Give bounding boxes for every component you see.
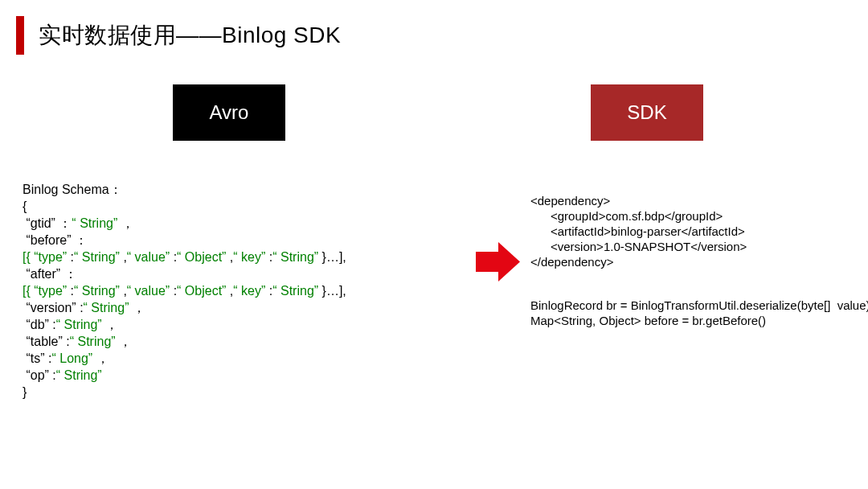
- sdk-box: SDK: [591, 84, 703, 141]
- schema-close: }: [23, 384, 346, 401]
- schema-before-arr: [{ “type” :“ String” ,“ value” :“ Object…: [23, 249, 346, 265]
- schema-ts: “ts” :“ Long” ，: [23, 350, 346, 367]
- sdk-label: SDK: [627, 101, 666, 124]
- usage-code: BinlogRecord br = BinlogTransformUtil.de…: [530, 298, 868, 328]
- schema-after-arr: [{ “type” :“ String” ,“ value” :“ Object…: [23, 282, 346, 299]
- maven-dependency: <dependency> <groupId>com.sf.bdp</groupI…: [530, 193, 747, 269]
- arrow-right-icon: [476, 240, 520, 284]
- schema-open: {: [23, 198, 346, 215]
- schema-version: “version” :“ String” ，: [23, 299, 346, 316]
- binlog-schema: Binlog Schema： { “gtid” ：“ String” ， “be…: [23, 181, 346, 401]
- schema-before-key: “before” ：: [23, 232, 346, 249]
- page-title: 实时数据使用——Binlog SDK: [39, 20, 341, 51]
- schema-heading: Binlog Schema：: [23, 181, 346, 198]
- avro-box: Avro: [173, 84, 285, 141]
- accent-bar: [16, 16, 24, 55]
- schema-table: “table” :“ String” ，: [23, 333, 346, 350]
- slide: 实时数据使用——Binlog SDK Avro SDK Binlog Schem…: [0, 0, 868, 489]
- schema-gtid: “gtid” ：“ String” ，: [23, 215, 346, 232]
- avro-label: Avro: [210, 101, 249, 124]
- schema-db: “db” :“ String” ，: [23, 316, 346, 333]
- title-row: 实时数据使用——Binlog SDK: [16, 16, 341, 55]
- schema-op: “op” :“ String”: [23, 367, 346, 384]
- schema-after-key: “after” ：: [23, 265, 346, 282]
- svg-marker-0: [476, 242, 520, 281]
